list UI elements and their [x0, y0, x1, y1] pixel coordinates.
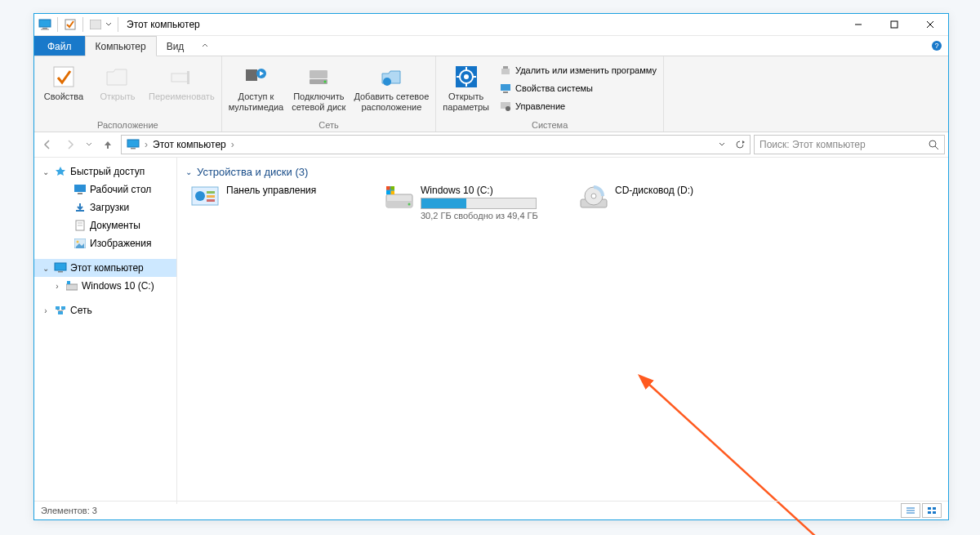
help-button[interactable]: ?: [925, 36, 948, 56]
svg-rect-6: [891, 21, 898, 28]
svg-rect-28: [501, 69, 510, 74]
desktop-icon: [74, 183, 87, 196]
system-properties-button[interactable]: Свойства системы: [496, 80, 660, 96]
section-devices[interactable]: ⌄ Устройства и диски (3): [184, 163, 942, 183]
svg-rect-4: [90, 20, 101, 29]
svg-rect-12: [172, 74, 188, 82]
drive-icon: [385, 183, 414, 212]
main-area: ⌄ Быстрый доступ ›Рабочий стол ›Загрузки…: [34, 158, 948, 504]
group-system-label: Система: [439, 118, 660, 132]
svg-rect-54: [58, 311, 63, 314]
media-access-button[interactable]: Доступ к мультимедиа: [225, 60, 287, 114]
svg-line-38: [935, 146, 938, 149]
rename-icon: [168, 64, 194, 90]
this-pc-icon: [38, 17, 52, 32]
ribbon: Свойства Открыть Переименовать Расположе…: [34, 56, 948, 132]
minimize-button[interactable]: [840, 14, 876, 35]
view-icons-button[interactable]: [922, 503, 942, 518]
svg-point-58: [195, 191, 205, 201]
tree-downloads[interactable]: ›Загрузки: [34, 198, 176, 216]
group-network-label: Сеть: [225, 118, 433, 132]
tree-desktop[interactable]: ›Рабочий стол: [34, 181, 176, 198]
svg-rect-11: [54, 67, 74, 87]
svg-rect-50: [66, 284, 78, 290]
tree-this-pc[interactable]: ⌄ Этот компьютер: [34, 259, 176, 277]
tree-c-drive[interactable]: ›Windows 10 (C:): [34, 277, 176, 295]
qat-dropdown-icon[interactable]: [105, 17, 113, 32]
crumb-sep-icon[interactable]: ›: [229, 139, 236, 150]
chevron-down-icon[interactable]: ⌄: [41, 167, 51, 176]
svg-point-20: [383, 78, 391, 86]
svg-point-72: [591, 194, 596, 198]
open-settings-button[interactable]: Открыть параметры: [439, 60, 492, 114]
content-pane: ⌄ Устройства и диски (3) Панель управлен…: [177, 158, 948, 504]
tab-file[interactable]: Файл: [34, 36, 85, 56]
tab-view[interactable]: Вид: [157, 36, 194, 56]
svg-marker-39: [56, 167, 65, 176]
nav-forward-button[interactable]: [60, 135, 80, 154]
capacity-bar: [421, 198, 537, 209]
qat-properties-icon[interactable]: [63, 17, 78, 32]
uninstall-program-button[interactable]: Удалить или изменить программу: [496, 62, 660, 78]
view-details-button[interactable]: [901, 503, 920, 518]
qat-folder-icon[interactable]: [88, 17, 103, 32]
svg-rect-52: [56, 306, 60, 310]
ribbon-collapse-button[interactable]: [194, 36, 216, 56]
pictures-icon: [74, 237, 87, 250]
tree-network[interactable]: ›Сеть: [34, 301, 176, 319]
nav-back-button[interactable]: [38, 135, 57, 154]
svg-rect-60: [207, 195, 215, 198]
tree-quick-access[interactable]: ⌄ Быстрый доступ: [34, 163, 176, 181]
svg-rect-34: [127, 140, 139, 147]
svg-rect-40: [74, 185, 86, 192]
address-row: › Этот компьютер › Поиск: Этот компьютер: [34, 132, 948, 158]
properties-icon: [51, 64, 77, 90]
manage-button[interactable]: Управление: [496, 98, 660, 114]
tab-computer[interactable]: Компьютер: [85, 36, 157, 56]
search-input[interactable]: Поиск: Этот компьютер: [754, 135, 945, 154]
status-bar: Элементов: 3: [34, 501, 948, 519]
properties-button[interactable]: Свойства: [38, 60, 90, 104]
cd-drive-icon: [579, 183, 608, 212]
open-settings-label: Открыть параметры: [443, 91, 489, 113]
this-pc-icon: [54, 261, 67, 274]
chevron-right-icon[interactable]: ›: [52, 282, 62, 291]
address-dropdown-button[interactable]: [714, 141, 730, 148]
maximize-button[interactable]: [876, 14, 912, 35]
svg-rect-41: [78, 193, 82, 194]
svg-point-64: [408, 203, 411, 206]
item-c-drive[interactable]: Windows 10 (C:) 30,2 ГБ свободно из 49,4…: [385, 183, 564, 221]
network-icon: [54, 304, 67, 317]
chevron-right-icon[interactable]: ›: [41, 306, 51, 315]
item-cd-drive[interactable]: CD-дисковод (D:): [579, 183, 759, 212]
svg-rect-67: [391, 186, 395, 190]
tree-documents[interactable]: ›Документы: [34, 216, 176, 234]
tree-pictures[interactable]: ›Изображения: [34, 234, 176, 252]
svg-line-55: [57, 310, 60, 311]
svg-rect-17: [310, 70, 327, 78]
explorer-window: Этот компьютер Файл Компьютер Вид ? Свой…: [33, 13, 949, 520]
ribbon-group-system: Открыть параметры Удалить или изменить п…: [436, 56, 664, 132]
svg-rect-2: [41, 29, 49, 30]
map-drive-label: Подключить сетевой диск: [292, 91, 345, 113]
svg-rect-31: [503, 91, 508, 93]
search-icon: [929, 140, 939, 150]
refresh-button[interactable]: [732, 140, 748, 149]
chevron-down-icon[interactable]: ⌄: [41, 264, 51, 273]
status-count: Элементов: 3: [41, 506, 97, 515]
crumb-sep-icon[interactable]: ›: [143, 139, 149, 150]
crumb-this-pc[interactable]: Этот компьютер: [149, 139, 229, 150]
item-label: CD-дисковод (D:): [615, 185, 693, 196]
nav-up-button[interactable]: [98, 135, 118, 154]
svg-text:?: ?: [934, 42, 938, 50]
address-bar[interactable]: › Этот компьютер ›: [121, 135, 751, 154]
system-properties-icon: [499, 82, 512, 95]
close-button[interactable]: [912, 14, 948, 35]
title-bar: Этот компьютер: [34, 14, 948, 36]
add-net-location-button[interactable]: Добавить сетевое расположение: [350, 60, 432, 114]
nav-history-button[interactable]: [83, 135, 95, 154]
downloads-icon: [74, 201, 87, 214]
item-control-panel[interactable]: Панель управления: [190, 183, 370, 212]
map-drive-button[interactable]: Подключить сетевой диск: [288, 60, 349, 114]
open-icon: [105, 64, 131, 90]
